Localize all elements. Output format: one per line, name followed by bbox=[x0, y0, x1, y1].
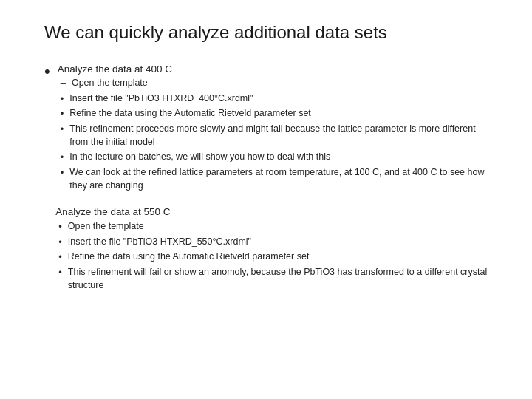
list-item: • Refine the data using the Automatic Ri… bbox=[58, 250, 495, 265]
list-item: • In the lecture on batches, we will sho… bbox=[61, 150, 495, 165]
item-text: Insert the file "PbTiO3 HTXRD_550°C.xrdm… bbox=[68, 235, 251, 249]
content-area: • Analyze the data at 400 C – Open the t… bbox=[37, 64, 495, 293]
list-item: • Insert the file "PbTiO3 HTXRD_400°C.xr… bbox=[61, 92, 495, 106]
sub-bullet-icon: • bbox=[61, 166, 64, 180]
section-550-header: Analyze the data at 550 C bbox=[55, 206, 495, 217]
item-text: This refinement will fail or show an ano… bbox=[68, 265, 495, 293]
sub-bullet-icon: • bbox=[61, 150, 64, 165]
section-400-content: Analyze the data at 400 C – Open the tem… bbox=[58, 64, 495, 193]
slide-title: We can quickly analyze additional data s… bbox=[44, 22, 495, 43]
list-item: – Open the template bbox=[61, 76, 495, 91]
sub-bullet-icon: • bbox=[58, 265, 62, 280]
sub-bullet-icon: • bbox=[58, 250, 62, 265]
section-550-content: Analyze the data at 550 C • Open the tem… bbox=[55, 206, 495, 293]
list-item: • This refinement will fail or show an a… bbox=[58, 265, 495, 293]
dash-550: – bbox=[44, 206, 50, 221]
item-text: This refinement proceeds more slowly and… bbox=[69, 122, 495, 150]
section-550-list: • Open the template • Insert the file "P… bbox=[55, 219, 495, 293]
sub-bullet-icon: • bbox=[61, 106, 64, 121]
item-text: Refine the data using the Automatic Riet… bbox=[69, 106, 311, 120]
item-text: We can look at the refined lattice param… bbox=[69, 166, 495, 194]
item-text: Open the template bbox=[72, 76, 148, 90]
item-text: Refine the data using the Automatic Riet… bbox=[68, 250, 310, 264]
sub-bullet-icon: • bbox=[61, 122, 64, 137]
item-text: In the lecture on batches, we will show … bbox=[69, 150, 330, 164]
section-400: • Analyze the data at 400 C – Open the t… bbox=[44, 64, 495, 193]
dash-icon: – bbox=[61, 76, 66, 91]
item-text: Open the template bbox=[68, 219, 144, 233]
section-400-header: Analyze the data at 400 C bbox=[58, 64, 495, 75]
list-item: • Open the template bbox=[58, 219, 495, 234]
list-item: • Insert the file "PbTiO3 HTXRD_550°C.xr… bbox=[58, 235, 495, 250]
sub-bullet-icon: • bbox=[61, 92, 64, 106]
section-400-list: – Open the template • Insert the file "P… bbox=[58, 76, 495, 193]
sub-bullet-icon: • bbox=[58, 219, 62, 234]
slide: We can quickly analyze additional data s… bbox=[0, 0, 532, 399]
sub-bullet-icon: • bbox=[58, 235, 62, 250]
bullet-400: • bbox=[44, 61, 50, 83]
section-550: – Analyze the data at 550 C • Open the t… bbox=[44, 206, 495, 293]
list-item: • Refine the data using the Automatic Ri… bbox=[61, 106, 495, 121]
list-item: • This refinement proceeds more slowly a… bbox=[61, 122, 495, 150]
list-item: • We can look at the refined lattice par… bbox=[61, 166, 495, 194]
item-text: Insert the file "PbTiO3 HTXRD_400°C.xrdm… bbox=[69, 92, 253, 106]
